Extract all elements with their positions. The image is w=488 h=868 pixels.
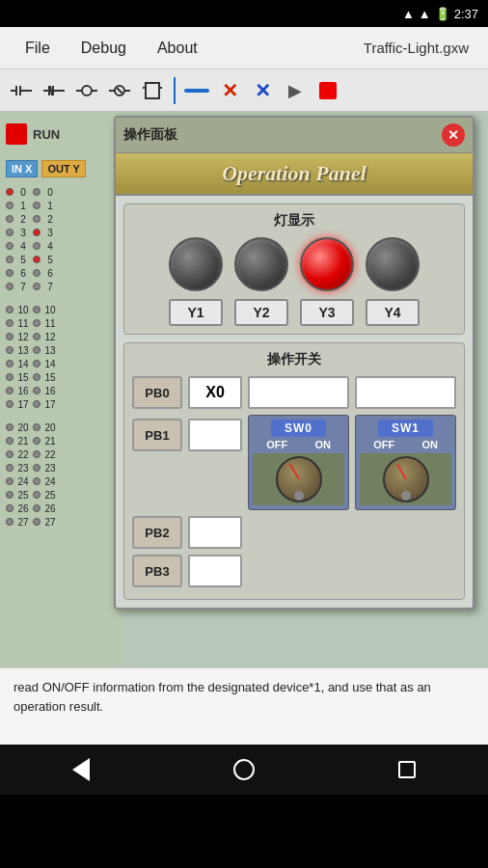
- pb2-button[interactable]: PB2: [132, 516, 182, 549]
- io-row-14: 14 14: [6, 357, 118, 370]
- pb3-button[interactable]: PB3: [132, 555, 182, 587]
- delete-coil-icon[interactable]: ✕: [249, 77, 276, 104]
- io-row-25: 25 25: [6, 488, 118, 502]
- ladder-ncoil-icon[interactable]: [106, 77, 133, 104]
- sw0-block: SW0 OFF ON: [248, 415, 349, 510]
- light-label-Y1[interactable]: Y1: [169, 299, 223, 326]
- time-display: 2:37: [454, 7, 478, 21]
- pb3-input[interactable]: [188, 555, 242, 587]
- io-row-7: 7 7: [6, 280, 118, 293]
- out-dot-6: [33, 269, 41, 277]
- sw1-off-on: OFF ON: [360, 439, 451, 450]
- recents-button[interactable]: [388, 750, 426, 789]
- out-dot-0: [33, 188, 41, 196]
- sw1-off-label: OFF: [373, 439, 394, 450]
- ladder-contact-icon[interactable]: [8, 77, 35, 104]
- op-panel-title: 操作面板: [123, 126, 177, 144]
- io-row-26: 26 26: [6, 502, 118, 515]
- io-row-22: 22 22: [6, 448, 118, 461]
- status-bar: ▲ ▲ 🔋 2:37: [0, 0, 488, 27]
- out-dot-7: [33, 283, 41, 290]
- menu-file[interactable]: File: [10, 40, 66, 57]
- out-y-badge: OUT Y: [41, 160, 85, 177]
- in-dot-1: [6, 202, 14, 209]
- pb0-input-right[interactable]: [248, 376, 349, 409]
- run-light: [6, 123, 27, 145]
- io-row-2: 2 2: [6, 212, 118, 226]
- io-rows-group3: 20 20 21 21 22 22 23: [2, 419, 122, 530]
- battery-icon: 🔋: [435, 7, 450, 21]
- io-row-16: 16 16: [6, 384, 118, 397]
- svg-point-11: [82, 86, 92, 95]
- sw0-off-on: OFF ON: [253, 439, 344, 450]
- recents-icon: [398, 761, 416, 778]
- in-dot-0: [6, 188, 14, 196]
- sw1-knob[interactable]: [383, 456, 429, 502]
- run-icon[interactable]: ▶: [282, 77, 309, 104]
- menu-about[interactable]: About: [142, 40, 213, 57]
- ladder-coil-icon[interactable]: [73, 77, 100, 104]
- sw1-badge: SW1: [378, 420, 433, 437]
- io-row-3: 3 3: [6, 226, 118, 239]
- pb3-row: PB3: [132, 555, 456, 587]
- svg-line-15: [117, 88, 122, 94]
- io-row-13: 13 13: [6, 343, 118, 357]
- op-panel-header: Operation Panel: [116, 153, 473, 196]
- op-panel-content: Operation Panel 灯显示 Y1 Y2 Y3 Y4: [116, 153, 473, 600]
- pb0-input-far[interactable]: [355, 376, 456, 409]
- pb2-input[interactable]: [188, 516, 242, 549]
- light-Y2: [234, 237, 288, 291]
- io-row-17: 17 17: [6, 397, 118, 411]
- io-row-0: 0 0: [6, 185, 118, 199]
- sw1-knob-area[interactable]: [360, 453, 451, 505]
- lights-section: 灯显示 Y1 Y2 Y3 Y4: [123, 203, 465, 335]
- out-dot-4: [33, 242, 41, 250]
- light-Y1: [169, 237, 223, 291]
- sw0-knob-area[interactable]: [253, 453, 344, 505]
- lights-section-title: 灯显示: [132, 212, 456, 230]
- op-panel-close-button[interactable]: ✕: [442, 123, 465, 147]
- pb1-row: PB1 SW0 OFF ON: [132, 415, 456, 510]
- in-x-badge: IN X: [6, 160, 38, 177]
- io-row-1: 1 1: [6, 199, 118, 212]
- light-labels-row: Y1 Y2 Y3 Y4: [132, 299, 456, 326]
- in-dot-2: [6, 215, 14, 223]
- run-indicator: RUN: [2, 116, 122, 149]
- op-panel-header-text: Operation Panel: [222, 161, 366, 185]
- ladder-ncontact-icon[interactable]: [41, 77, 68, 104]
- pb1-button[interactable]: PB1: [132, 419, 182, 451]
- out-dot-2: [33, 215, 41, 223]
- switch-section-title: 操作开关: [132, 351, 456, 368]
- io-row-27: 27 27: [6, 515, 118, 529]
- menu-debug[interactable]: Debug: [66, 40, 142, 57]
- in-dot-5: [6, 256, 14, 263]
- signal-icon: ▲: [419, 7, 431, 21]
- window-title: Traffic-Light.gxw: [364, 40, 478, 56]
- svg-line-7: [50, 86, 52, 95]
- io-row-12: 12 12: [6, 330, 118, 343]
- lights-row: [132, 237, 456, 291]
- horizontal-line-icon[interactable]: [183, 77, 210, 104]
- func-block-icon[interactable]: [139, 77, 166, 104]
- back-button[interactable]: [62, 750, 100, 789]
- sw0-on-label: ON: [314, 439, 331, 450]
- home-button[interactable]: [225, 750, 263, 789]
- sw0-knob[interactable]: [276, 456, 322, 502]
- x0-label: X0: [205, 384, 225, 401]
- toolbar-divider: [174, 77, 176, 104]
- back-icon: [72, 758, 90, 781]
- op-panel-titlebar: 操作面板 ✕: [116, 118, 473, 153]
- light-label-Y4[interactable]: Y4: [366, 299, 420, 326]
- io-rows-group1: 0 0 1 1 2 2 3: [2, 183, 122, 295]
- io-row-24: 24 24: [6, 475, 118, 488]
- x0-input[interactable]: X0: [188, 376, 242, 409]
- delete-contact-icon[interactable]: ✕: [216, 77, 243, 104]
- light-label-Y3[interactable]: Y3: [300, 299, 354, 326]
- sw0-center: [294, 491, 304, 501]
- pb0-button[interactable]: PB0: [132, 376, 182, 409]
- pb1-input[interactable]: [188, 419, 242, 451]
- operation-panel-window: 操作面板 ✕ Operation Panel 灯显示 Y1 Y2: [114, 116, 474, 610]
- stop-icon[interactable]: [314, 77, 341, 104]
- light-label-Y2[interactable]: Y2: [234, 299, 288, 326]
- out-dot-5: [33, 256, 41, 263]
